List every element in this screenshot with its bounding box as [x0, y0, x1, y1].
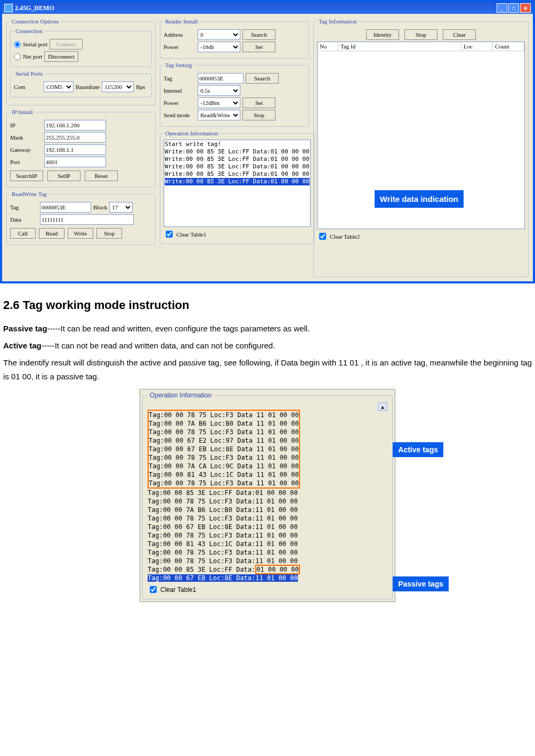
- port-label: Port: [10, 159, 42, 165]
- setip-button[interactable]: SetIP: [47, 170, 80, 181]
- log-line-prefix: Tag:00 00 85 3E Loc:FF Data:: [148, 566, 255, 573]
- write-data-callout: Write data indication: [375, 190, 464, 208]
- passive-data-box: 01 00 00 00: [255, 565, 299, 574]
- log-line: Tag:00 00 78 75 Loc:F3 Data 11 01 00 00: [149, 479, 299, 487]
- rw-stop-button[interactable]: Stop: [96, 228, 122, 239]
- baud-label: Baundrate: [76, 84, 100, 90]
- log-line-selected: Tag:00 00 67 EB Loc:8E Data:11 01 00 00: [148, 574, 298, 582]
- log-line: Tag:00 00 78 75 Loc:F3 Data:11 01 00 00: [148, 498, 298, 505]
- reset-button[interactable]: Reset: [85, 170, 118, 181]
- titlebar[interactable]: 2.45G_DEMO _ □ ✕: [2, 2, 533, 14]
- read-button[interactable]: Read: [39, 228, 64, 239]
- log-line: Tag:00 00 81 43 Loc:1C Data 11 01 00 00: [149, 471, 299, 478]
- ip-input[interactable]: [44, 120, 106, 131]
- connection-options-group: Connection Options Connection Serial por…: [6, 18, 156, 105]
- maximize-button[interactable]: □: [508, 3, 519, 13]
- clear-table2-label: Clear Table2: [330, 233, 360, 240]
- group-legend: Connection: [14, 28, 44, 34]
- col-loc: Loc: [461, 42, 493, 51]
- serial-port-radio[interactable]: Serial port: [14, 41, 47, 48]
- group-legend: Serial Ports: [14, 70, 44, 77]
- passive-tag-desc: -----It can be read and written, even co…: [47, 324, 310, 333]
- identity-button[interactable]: Identity: [366, 29, 399, 40]
- fig2-clear-table1-checkbox[interactable]: Clear Table1: [148, 584, 387, 595]
- disconnect-button[interactable]: Disconnect: [44, 51, 78, 62]
- sendmode-label: Send mode: [164, 112, 196, 118]
- write-button[interactable]: Write: [68, 228, 93, 239]
- app-window: 2.45G_DEMO _ □ ✕ Connection Options Conn…: [0, 0, 535, 283]
- section-heading: 2.6 Tag working mode instruction: [3, 298, 532, 312]
- log-line: Tag:00 00 67 EB Loc:8E Data 11 01 00 00: [149, 445, 299, 453]
- serial-ports-group: Serial Ports Com COM5 Baundrate 115200 B…: [10, 70, 152, 97]
- mask-input[interactable]: [44, 132, 106, 143]
- ip-label: IP: [10, 122, 42, 128]
- rw-tag-label: Tag: [10, 204, 38, 210]
- log-line: Tag:00 00 7A B6 Loc:B0 Data:11 01 00 00: [148, 506, 298, 514]
- call-button[interactable]: Call: [10, 228, 36, 239]
- clear-table1-input[interactable]: [166, 231, 173, 238]
- gateway-label: Gateway: [10, 147, 42, 153]
- block-label: Block: [93, 204, 107, 210]
- block-select[interactable]: 17: [109, 202, 133, 213]
- port-input[interactable]: [44, 157, 106, 167]
- rw-data-input[interactable]: [40, 214, 134, 225]
- window-title: 2.45G_DEMO: [15, 4, 54, 12]
- group-legend: Tag Setting: [164, 62, 193, 68]
- clear-table1-checkbox[interactable]: Clear Table1: [164, 229, 311, 239]
- passive-tag-term: Passive tag: [3, 324, 47, 333]
- ti-stop-button[interactable]: Stop: [404, 29, 437, 40]
- connect-button[interactable]: Connect: [50, 39, 83, 50]
- fig2-log[interactable]: ▲Tag:00 00 78 75 Loc:F3 Data 11 01 00 00…: [148, 401, 387, 582]
- tag-setting-group: Tag Setting TagSearch Internel0.5s Power…: [160, 62, 309, 127]
- mask-label: Mask: [10, 134, 42, 141]
- log-line: Tag:00 00 67 E2 Loc:97 Data 11 01 00 00: [149, 437, 299, 444]
- reader-power-select[interactable]: -18db: [198, 42, 240, 52]
- log-line: Tag:00 00 78 75 Loc:F3 Data 11 01 00 00: [149, 454, 299, 461]
- com-select[interactable]: COM5: [44, 82, 74, 92]
- log-line: Tag:00 00 7A CA Loc:9C Data 11 01 00 00: [149, 462, 299, 470]
- sendmode-select[interactable]: Read&Write: [198, 110, 240, 120]
- close-button[interactable]: ✕: [520, 3, 531, 13]
- group-legend: ReadWrite Tag: [10, 191, 48, 197]
- log-line: Tag:00 00 78 75 Loc:F3 Data 11 01 00 00: [149, 411, 299, 419]
- reader-set-button[interactable]: Set: [242, 42, 275, 52]
- address-label: Address: [164, 31, 196, 38]
- net-port-radio[interactable]: Net port: [14, 53, 42, 60]
- col-tagid: Tag Id: [338, 42, 461, 51]
- clear-table2-checkbox[interactable]: Clear Table2: [317, 231, 525, 241]
- clear-table2-input[interactable]: [319, 233, 326, 240]
- searchip-button[interactable]: SearchIP: [10, 170, 43, 181]
- clear-table1-label: Clear Table1: [176, 231, 206, 238]
- serial-port-radio-input[interactable]: [14, 41, 21, 48]
- readwrite-tag-group: ReadWrite Tag Tag Block 17 Data Call Rea…: [6, 191, 156, 245]
- connection-group: Connection Serial port Connect Net port …: [10, 28, 152, 67]
- log-line: Tag:00 00 81 43 Loc:1C Data:11 01 00 00: [148, 540, 298, 548]
- minimize-button[interactable]: _: [497, 3, 507, 13]
- ts-tag-input[interactable]: [198, 73, 244, 84]
- internel-select[interactable]: 0.5s: [198, 85, 240, 96]
- address-select[interactable]: 0: [198, 29, 240, 40]
- group-legend: Operation Information: [148, 392, 214, 399]
- scroll-up-icon[interactable]: ▲: [378, 402, 387, 411]
- baud-select[interactable]: 115200: [102, 82, 134, 92]
- log-line: Tag:00 00 78 75 Loc:F3 Data:11 01 00 00: [148, 515, 298, 522]
- log-line: Tag:00 00 78 75 Loc:F3 Data:11 01 00 00: [148, 557, 298, 565]
- ts-power-select[interactable]: -12dBm: [198, 97, 240, 108]
- gateway-input[interactable]: [44, 144, 106, 155]
- reader-search-button[interactable]: Search: [242, 29, 275, 40]
- ts-stop-button[interactable]: Stop: [242, 110, 275, 120]
- doc-paragraph: The indentify result will distinguish th…: [3, 356, 532, 384]
- operation-log[interactable]: Start write tag!Write:00 00 85 3E Loc:FF…: [164, 140, 311, 227]
- ts-set-button[interactable]: Set: [242, 97, 275, 108]
- active-tags-callout: Active tags: [393, 442, 443, 457]
- bps-label: Bps: [136, 84, 145, 90]
- fig2-clear-table1-input[interactable]: [150, 586, 157, 593]
- ts-search-button[interactable]: Search: [246, 73, 279, 84]
- log-line-selected: Write:00 00 85 3E Loc:FF Data:01 00 00 0…: [165, 178, 310, 185]
- rw-tag-input[interactable]: [40, 202, 91, 213]
- fig2-clear-table1-label: Clear Table1: [160, 586, 196, 594]
- clear-button[interactable]: Clear: [443, 29, 476, 40]
- log-line: Write:00 00 85 3E Loc:FF Data:01 00 00 0…: [165, 156, 310, 163]
- figure-2: Operation Information ▲Tag:00 00 78 75 L…: [140, 389, 395, 602]
- net-port-radio-input[interactable]: [14, 53, 21, 60]
